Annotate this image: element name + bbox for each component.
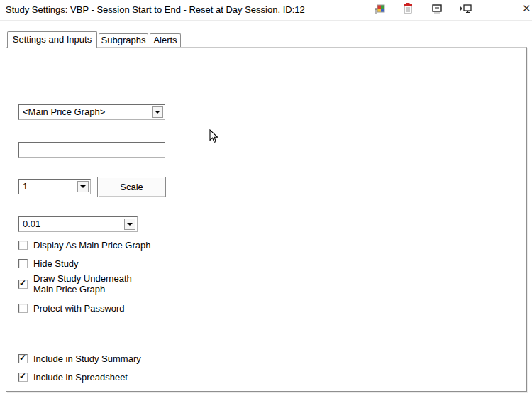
based-on-dropdown[interactable]: <Main Price Graph> xyxy=(18,104,165,120)
chevron-down-icon[interactable] xyxy=(124,219,135,230)
chart-region-dropdown[interactable]: 1 xyxy=(18,179,91,194)
checkbox-include-in-study-summary[interactable]: ✓ Include in Study Summary xyxy=(18,354,141,364)
checkbox-label: Hide Study xyxy=(33,258,79,269)
chevron-down-icon[interactable] xyxy=(152,106,163,118)
tab-label: Alerts xyxy=(153,35,177,45)
tab-label: Subgraphs xyxy=(101,35,146,45)
checkbox-box: ✓ xyxy=(18,241,28,250)
titlebar-divider xyxy=(0,20,532,21)
monitor-icon[interactable] xyxy=(431,4,443,15)
dialog-title: Study Settings: VBP - Session Start to E… xyxy=(6,4,305,15)
checkbox-label: Protect with Password xyxy=(33,303,125,314)
tab-label: Settings and Inputs xyxy=(13,34,92,45)
checkbox-label: Include in Spreadsheet xyxy=(33,372,128,383)
value-format-value: 0.01 xyxy=(23,219,40,229)
study-settings-dialog: Study Settings: VBP - Session Start to E… xyxy=(0,0,532,396)
scale-button[interactable]: Scale xyxy=(97,177,166,197)
tab-settings-and-inputs[interactable]: Settings and Inputs xyxy=(7,31,97,48)
palette-icon[interactable] xyxy=(375,4,386,15)
checkbox-label: Display As Main Price Graph xyxy=(33,240,150,251)
based-on-value: <Main Price Graph> xyxy=(23,106,105,117)
tab-subgraphs[interactable]: Subgraphs xyxy=(99,33,148,47)
short-name-input[interactable] xyxy=(18,142,165,158)
checkbox-box: ✓ xyxy=(18,259,28,268)
value-format-dropdown[interactable]: 0.01 xyxy=(18,216,138,232)
chevron-down-icon[interactable] xyxy=(77,181,89,192)
chart-region-value: 1 xyxy=(23,181,28,192)
close-icon[interactable]: ✕ xyxy=(522,2,532,13)
checkbox-label: Include in Study Summary xyxy=(33,353,141,364)
tab-alerts[interactable]: Alerts xyxy=(150,33,181,47)
checkbox-protect-with-password[interactable]: ✓ Protect with Password xyxy=(18,304,125,314)
checkbox-box: ✓ xyxy=(18,373,28,382)
send-to-monitor-icon[interactable] xyxy=(460,4,471,15)
checkbox-box: ✓ xyxy=(18,354,28,363)
trash-icon[interactable] xyxy=(402,3,414,14)
checkbox-display-as-main-price-graph[interactable]: ✓ Display As Main Price Graph xyxy=(18,241,150,251)
checkbox-box: ✓ xyxy=(18,280,28,289)
checkbox-hide-study[interactable]: ✓ Hide Study xyxy=(18,259,79,269)
checkbox-label: Draw Study Underneath Main Price Graph xyxy=(33,273,150,295)
checkbox-box: ✓ xyxy=(18,304,28,313)
checkbox-draw-study-underneath[interactable]: ✓ Draw Study Underneath Main Price Graph xyxy=(18,274,150,295)
checkbox-include-in-spreadsheet[interactable]: ✓ Include in Spreadsheet xyxy=(18,373,128,383)
